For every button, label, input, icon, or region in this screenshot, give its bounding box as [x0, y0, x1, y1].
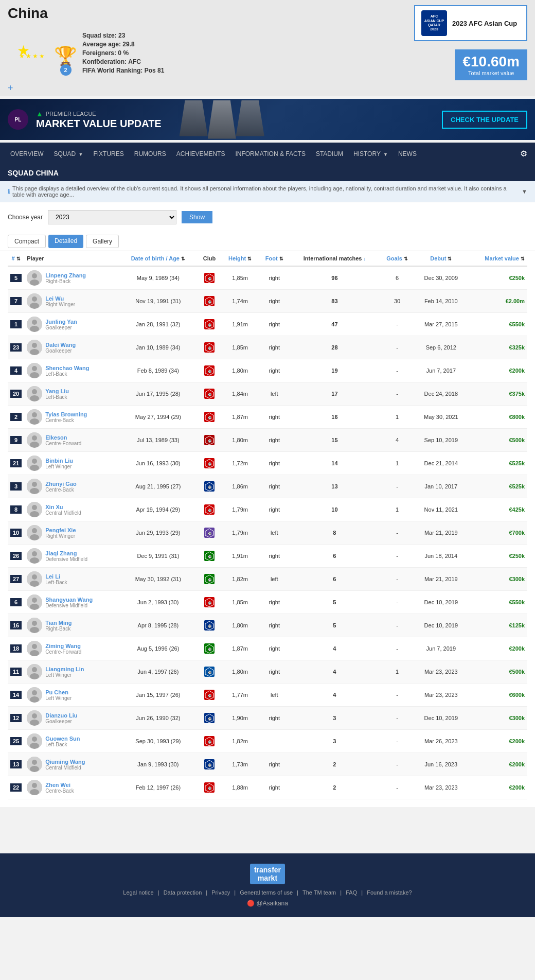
- col-debut[interactable]: Debut ⇅: [415, 251, 467, 266]
- player-market-value: €2.00m: [467, 290, 527, 313]
- col-dob[interactable]: Date of birth / Age ⇅: [119, 251, 198, 266]
- player-height: 1,73m: [221, 753, 259, 776]
- col-goals[interactable]: Goals ⇅: [380, 251, 415, 266]
- player-name[interactable]: Tian Ming: [45, 620, 72, 626]
- player-debut: Dec 10, 2019: [415, 591, 467, 614]
- player-debut: Mar 26, 2023: [415, 730, 467, 753]
- player-name[interactable]: Junling Yan: [45, 319, 77, 325]
- club-logo: ⚽: [204, 643, 215, 654]
- player-name[interactable]: Guowen Sun: [45, 736, 80, 742]
- nav-information[interactable]: INFORMATION & FACTS: [230, 144, 310, 164]
- player-name[interactable]: Dianzuo Liu: [45, 712, 77, 719]
- banner-cta-button[interactable]: CHECK THE UPDATE: [442, 111, 527, 129]
- player-height: 1,91m: [221, 313, 259, 336]
- footer-privacy2[interactable]: Privacy: [211, 889, 230, 896]
- player-debut: Mar 23, 2023: [415, 684, 467, 707]
- nav-squad[interactable]: SQUAD ▼: [48, 144, 88, 164]
- player-name[interactable]: Qiuming Wang: [45, 759, 85, 765]
- table-row: 12 Dianzuo Liu Goalkeeper Jun 26, 1990 (…: [8, 707, 527, 730]
- svg-point-17: [30, 349, 39, 355]
- col-marketvalue[interactable]: Market value ⇅: [467, 251, 527, 266]
- player-name[interactable]: Yang Liu: [45, 388, 69, 394]
- player-number: 10: [8, 521, 24, 545]
- player-name[interactable]: Lei Li: [45, 573, 67, 580]
- nav-rumours[interactable]: RUMOURS: [129, 144, 171, 164]
- club-logo: ⚽: [204, 412, 215, 422]
- player-name[interactable]: Zhunyi Gao: [45, 481, 77, 487]
- info-text: This page displays a detailed overview o…: [12, 185, 519, 198]
- player-goals: -: [380, 475, 415, 498]
- player-name[interactable]: Lei Wu: [45, 295, 75, 302]
- player-name[interactable]: Xin Xu: [45, 504, 81, 510]
- player-debut: Nov 11, 2021: [415, 498, 467, 521]
- player-foot: right: [259, 475, 290, 498]
- footer-legal[interactable]: Legal notice: [123, 889, 153, 896]
- player-goals: -: [380, 382, 415, 406]
- player-int-matches: 14: [290, 452, 380, 475]
- player-number: 12: [8, 707, 24, 730]
- player-position: Goalkeeper: [45, 325, 77, 330]
- player-name[interactable]: Dalei Wang: [45, 342, 76, 348]
- player-name[interactable]: Jiaqi Zhang: [45, 550, 87, 556]
- nav-overview[interactable]: OVERVIEW: [5, 144, 48, 164]
- player-avatar: [27, 618, 42, 633]
- nav-news[interactable]: NEWS: [393, 144, 422, 164]
- player-foot: right: [259, 776, 290, 799]
- tab-gallery[interactable]: Gallery: [86, 235, 119, 248]
- col-foot[interactable]: Foot ⇅: [259, 251, 290, 266]
- player-name[interactable]: Shangyuan Wang: [45, 597, 93, 603]
- tab-detailed[interactable]: Detailed: [48, 235, 83, 248]
- player-market-value: €500k: [467, 429, 527, 452]
- player-int-matches: 2: [290, 776, 380, 799]
- player-avatar: [27, 710, 42, 726]
- add-button[interactable]: +: [8, 83, 527, 94]
- footer-privacy[interactable]: Data protection: [164, 889, 202, 896]
- player-dob: May 9, 1989 (34): [119, 266, 198, 290]
- nav-achievements[interactable]: ACHIEVEMENTS: [171, 144, 230, 164]
- col-intmatches[interactable]: International matches ↓: [290, 251, 380, 266]
- player-club: ⚽: [198, 498, 221, 521]
- footer-tm-team[interactable]: The TM team: [302, 889, 336, 896]
- footer-terms[interactable]: General terms of use: [240, 889, 293, 896]
- footer-links: Legal notice | Data protection | Privacy…: [10, 889, 525, 896]
- col-height[interactable]: Height ⇅: [221, 251, 259, 266]
- svg-point-76: [32, 621, 37, 626]
- nav-gear-icon[interactable]: ⚙: [518, 143, 530, 165]
- player-int-matches: 96: [290, 266, 380, 290]
- player-name[interactable]: Tyias Browning: [45, 411, 87, 417]
- nav-fixtures[interactable]: FIXTURES: [88, 144, 129, 164]
- player-name[interactable]: Elkeson: [45, 434, 81, 441]
- player-number: 25: [8, 730, 24, 753]
- player-goals: -: [380, 521, 415, 545]
- svg-point-37: [30, 442, 39, 448]
- player-name[interactable]: Zhen Wei: [45, 782, 74, 788]
- player-avatar: [27, 386, 42, 401]
- player-name[interactable]: Linpeng Zhang: [45, 272, 86, 278]
- svg-point-11: [32, 320, 37, 325]
- tab-compact[interactable]: Compact: [8, 235, 46, 248]
- table-row: 9 Elkeson Centre-Forward Jul 13, 1989 (3…: [8, 429, 527, 452]
- footer-faq[interactable]: FAQ: [346, 889, 357, 896]
- player-height: 1,85m: [221, 591, 259, 614]
- table-row: 25 Guowen Sun Left-Back Sep 30, 1993 (29…: [8, 730, 527, 753]
- nav-stadium[interactable]: STADIUM: [311, 144, 348, 164]
- player-name[interactable]: Shenchao Wang: [45, 365, 89, 371]
- player-name[interactable]: Liangming Lin: [45, 666, 84, 672]
- player-cell: Jiaqi Zhang Defensive Midfield: [24, 545, 118, 568]
- player-int-matches: 5: [290, 614, 380, 637]
- player-name[interactable]: Ziming Wang: [45, 643, 81, 649]
- nav-history[interactable]: HISTORY ▼: [348, 144, 393, 164]
- player-name[interactable]: Binbin Liu: [45, 458, 73, 464]
- player-name[interactable]: Pengfei Xie: [45, 527, 76, 533]
- show-button[interactable]: Show: [182, 211, 212, 223]
- player-foot: right: [259, 406, 290, 429]
- player-cell: Zhen Wei Centre-Back: [24, 776, 118, 799]
- year-select[interactable]: 2023: [48, 210, 176, 224]
- player-debut: Sep 6, 2012: [415, 336, 467, 359]
- col-number[interactable]: # ⇅: [8, 251, 24, 266]
- player-name[interactable]: Pu Chen: [45, 689, 72, 695]
- expand-icon[interactable]: ▼: [522, 188, 527, 195]
- flag-circle: [8, 34, 49, 76]
- player-market-value: €800k: [467, 406, 527, 429]
- footer-mistake[interactable]: Found a mistake?: [367, 889, 412, 896]
